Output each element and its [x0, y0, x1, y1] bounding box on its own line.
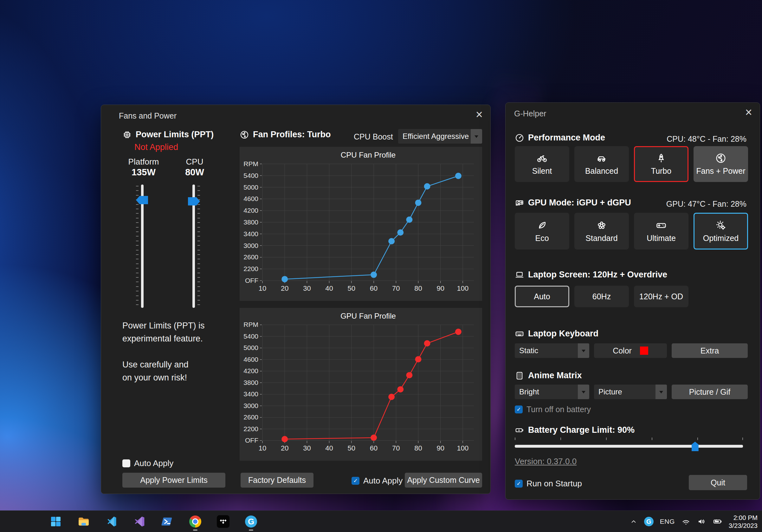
- vs-code-button[interactable]: [105, 515, 118, 528]
- power-limits-status: Not Applied: [134, 142, 178, 152]
- run-on-startup-checkbox[interactable]: ✓: [515, 480, 523, 488]
- slider-ticks: [197, 186, 200, 308]
- windows-logo-icon: [49, 515, 62, 528]
- performance-mode-title: Performance Mode: [528, 133, 605, 143]
- svg-text:2200: 2200: [243, 425, 258, 432]
- picture-gif-button[interactable]: Picture / Gif: [672, 385, 748, 399]
- cpu-fan-profile-chart[interactable]: RPM540050004600420038003400300026002200O…: [240, 147, 482, 301]
- tidal-button[interactable]: [217, 515, 229, 528]
- battery-slider-thumb[interactable]: [692, 442, 699, 451]
- keyboard-extra-button[interactable]: Extra: [672, 343, 748, 358]
- keyboard-mode-dropdown[interactable]: Static: [515, 343, 589, 358]
- gpu-mode-title: GPU Mode: iGPU + dGPU: [528, 198, 631, 208]
- power-auto-apply-checkbox[interactable]: [122, 459, 130, 467]
- gpu-card-icon: [515, 198, 524, 208]
- screen-60hz-button[interactable]: 60Hz: [574, 286, 629, 307]
- running-indicator: [249, 529, 253, 531]
- svg-text:30: 30: [303, 284, 311, 292]
- svg-text:OFF: OFF: [245, 437, 258, 444]
- wifi-icon[interactable]: [681, 517, 691, 526]
- svg-text:40: 40: [325, 444, 333, 452]
- close-icon[interactable]: ×: [476, 108, 483, 121]
- g-helper-tray-icon[interactable]: G: [644, 517, 653, 526]
- svg-text:5400: 5400: [243, 172, 258, 179]
- cpu-temp-status: CPU: 48°C - Fan: 28%: [667, 134, 746, 144]
- fans-power-button[interactable]: Fans + Power: [694, 146, 748, 182]
- g-helper-taskbar-button[interactable]: G: [245, 515, 258, 528]
- svg-text:50: 50: [348, 284, 355, 292]
- gpu-mode-heading: GPU Mode: iGPU + dGPU: [515, 198, 631, 208]
- chevron-up-icon[interactable]: [630, 517, 638, 526]
- svg-text:100: 100: [457, 444, 469, 452]
- screen-auto-button[interactable]: Auto: [515, 286, 569, 307]
- cpu-watts-slider[interactable]: [187, 185, 200, 308]
- system-tray: G ENG 2:00 PM 3/23/2023: [630, 511, 758, 532]
- quit-button[interactable]: Quit: [689, 475, 747, 490]
- rocket-icon: [655, 153, 667, 164]
- language-indicator[interactable]: ENG: [660, 518, 675, 525]
- chip-icon: [122, 130, 132, 139]
- apply-custom-curve-button[interactable]: Apply Custom Curve: [405, 473, 482, 488]
- matrix-battery-row: ✓ Turn off on battery: [515, 405, 591, 414]
- matrix-brightness-dropdown[interactable]: Bright: [515, 385, 589, 399]
- chevron-down-icon[interactable]: [578, 343, 589, 358]
- start-button[interactable]: [49, 515, 62, 528]
- powershell-button[interactable]: [161, 515, 174, 528]
- svg-text:3000: 3000: [243, 242, 258, 249]
- battery-slider-track[interactable]: [515, 445, 743, 448]
- version-link[interactable]: Version: 0.37.0.0: [515, 457, 576, 466]
- svg-text:20: 20: [281, 284, 288, 292]
- laptop-screen-title: Laptop Screen: 120Hz + Overdrive: [528, 270, 667, 280]
- gpu-mode-optimized-button[interactable]: Optimized: [694, 213, 748, 250]
- svg-text:2600: 2600: [243, 253, 258, 261]
- cpu-boost-dropdown[interactable]: Efficient Aggressive: [398, 129, 482, 144]
- turn-off-on-battery-label: Turn off on battery: [526, 405, 591, 414]
- chevron-down-icon[interactable]: [471, 129, 482, 144]
- running-indicator: [193, 529, 197, 531]
- svg-text:OFF: OFF: [245, 277, 258, 284]
- curve-auto-apply-checkbox[interactable]: ✓: [351, 477, 359, 485]
- gpu-fan-profile-chart[interactable]: RPM540050004600420038003400300026002200O…: [240, 308, 482, 461]
- chrome-button[interactable]: [189, 515, 201, 528]
- svg-text:GPU Fan Profile: GPU Fan Profile: [341, 312, 396, 320]
- check-icon: ✓: [516, 406, 521, 413]
- perf-mode-silent-button[interactable]: Silent: [515, 146, 569, 182]
- battery-limit-slider[interactable]: [515, 437, 743, 455]
- run-on-startup-label: Run on Startup: [526, 479, 582, 489]
- perf-mode-turbo-button[interactable]: Turbo: [634, 146, 688, 182]
- vs-code-icon: [105, 515, 118, 528]
- gauge-icon: [515, 133, 524, 143]
- car-icon: [596, 153, 607, 164]
- battery-icon[interactable]: [713, 517, 723, 526]
- screen-120hz-od-button[interactable]: 120Hz + OD: [634, 286, 688, 307]
- file-explorer-button[interactable]: [77, 515, 90, 528]
- visual-studio-icon: [133, 515, 146, 528]
- platform-value: 135W: [120, 167, 167, 178]
- apply-power-limits-button[interactable]: Apply Power Limits: [122, 473, 225, 488]
- bicycle-icon: [536, 153, 548, 164]
- window-title: G-Helper: [514, 109, 546, 118]
- gpu-mode-standard-button[interactable]: Standard: [574, 213, 629, 250]
- keyboard-color-button[interactable]: Color: [594, 343, 667, 358]
- svg-text:5000: 5000: [243, 344, 258, 351]
- chevron-down-icon[interactable]: [655, 385, 667, 399]
- svg-text:70: 70: [392, 444, 400, 452]
- powershell-icon: [161, 515, 174, 528]
- g-helper-icon: G: [245, 515, 257, 528]
- factory-defaults-button[interactable]: Factory Defaults: [241, 473, 314, 488]
- gpu-mode-ultimate-button[interactable]: Ultimate: [634, 213, 688, 250]
- close-icon[interactable]: ×: [745, 106, 752, 118]
- perf-mode-balanced-button[interactable]: Balanced: [574, 146, 629, 182]
- speaker-icon[interactable]: [697, 517, 707, 526]
- gpu-mode-eco-button[interactable]: Eco: [515, 213, 569, 250]
- chevron-down-icon[interactable]: [578, 385, 589, 399]
- matrix-content-dropdown[interactable]: Picture: [594, 385, 667, 399]
- battery-limit-title: Battery Charge Limit: 90%: [528, 425, 635, 435]
- svg-text:3800: 3800: [243, 218, 258, 226]
- turn-off-on-battery-checkbox[interactable]: ✓: [515, 406, 523, 414]
- platform-watts-slider[interactable]: [136, 185, 149, 308]
- matrix-content-value: Picture: [594, 387, 622, 396]
- visual-studio-button[interactable]: [133, 515, 146, 528]
- clock[interactable]: 2:00 PM 3/23/2023: [729, 514, 758, 529]
- tidal-icon: [217, 515, 229, 528]
